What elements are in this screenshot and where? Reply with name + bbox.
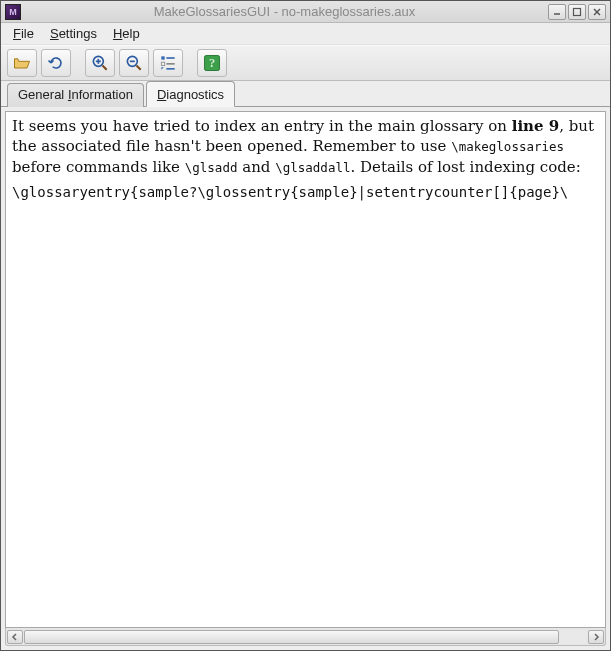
app-icon: M — [5, 4, 21, 20]
window-controls — [548, 4, 606, 20]
svg-line-5 — [103, 66, 107, 70]
lost-indexing-code: \glossaryentry{sample?\glossentry{sample… — [12, 183, 599, 202]
titlebar: M MakeGlossariesGUI - no-makeglossaries.… — [1, 1, 610, 23]
menubar: File Settings Help — [1, 23, 610, 45]
reload-button[interactable] — [41, 49, 71, 77]
tabbar: General Information Diagnostics — [1, 81, 610, 107]
reload-icon — [46, 53, 66, 73]
close-button[interactable] — [588, 4, 606, 20]
horizontal-scrollbar[interactable] — [5, 628, 606, 646]
zoom-out-icon — [124, 53, 144, 73]
tab-general-information[interactable]: General Information — [7, 83, 144, 107]
maximize-button[interactable] — [568, 4, 586, 20]
scrollbar-thumb[interactable] — [24, 630, 559, 644]
zoom-out-button[interactable] — [119, 49, 149, 77]
svg-rect-13 — [161, 62, 164, 65]
svg-rect-1 — [574, 8, 581, 15]
open-button[interactable] — [7, 49, 37, 77]
cmd-makeglossaries: \makeglossaries — [451, 139, 564, 154]
svg-rect-11 — [161, 56, 164, 59]
minimize-button[interactable] — [548, 4, 566, 20]
line-number: line 9 — [512, 117, 560, 135]
options-icon — [158, 53, 178, 73]
scroll-left-button[interactable] — [7, 630, 23, 644]
menu-help[interactable]: Help — [107, 24, 146, 43]
help-button[interactable]: ? — [197, 49, 227, 77]
toolbar: ? — [1, 45, 610, 81]
diagnostics-panel: It seems you have tried to index an entr… — [5, 111, 606, 628]
diagnostics-message: It seems you have tried to index an entr… — [12, 116, 599, 177]
svg-text:?: ? — [209, 56, 215, 70]
folder-open-icon — [12, 53, 32, 73]
content-area: It seems you have tried to index an entr… — [1, 107, 610, 650]
help-icon: ? — [202, 53, 222, 73]
application-window: M MakeGlossariesGUI - no-makeglossaries.… — [0, 0, 611, 651]
scroll-right-button[interactable] — [588, 630, 604, 644]
cmd-glsaddall: \glsaddall — [275, 160, 350, 175]
scrollbar-track[interactable] — [24, 630, 587, 644]
menu-settings[interactable]: Settings — [44, 24, 103, 43]
window-title: MakeGlossariesGUI - no-makeglossaries.au… — [27, 4, 542, 19]
menu-file[interactable]: File — [7, 24, 40, 43]
cmd-glsadd: \glsadd — [185, 160, 238, 175]
options-button[interactable] — [153, 49, 183, 77]
zoom-in-icon — [90, 53, 110, 73]
zoom-in-button[interactable] — [85, 49, 115, 77]
svg-line-9 — [137, 66, 141, 70]
tab-diagnostics[interactable]: Diagnostics — [146, 81, 235, 107]
